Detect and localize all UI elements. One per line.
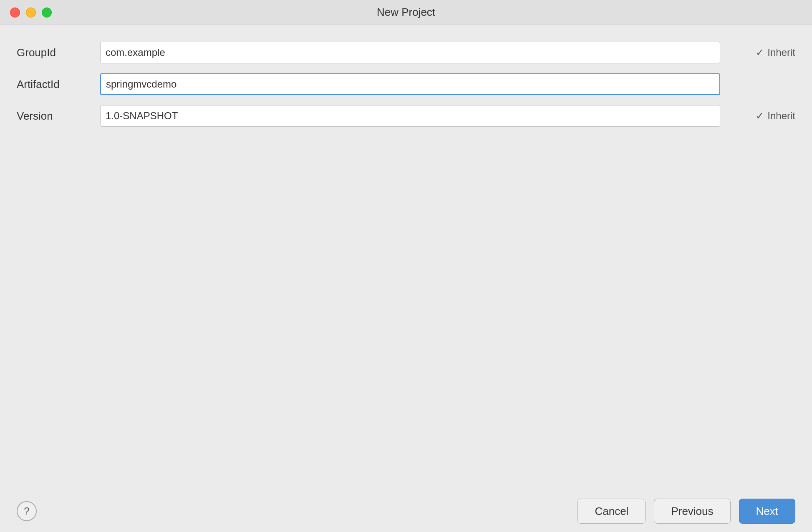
previous-button[interactable]: Previous — [654, 499, 730, 524]
maximize-button[interactable] — [42, 8, 52, 18]
footer-left: ? — [17, 501, 577, 521]
group-id-inherit-check: ✓ — [756, 47, 764, 58]
version-input[interactable] — [100, 105, 720, 127]
next-button[interactable]: Next — [739, 499, 795, 524]
window-title: New Project — [377, 6, 435, 19]
main-content: GroupId ✓ Inherit ArtifactId Version ✓ I… — [0, 25, 812, 490]
artifact-id-row: ArtifactId — [17, 73, 795, 95]
footer: ? Cancel Previous Next — [0, 490, 812, 532]
help-icon: ? — [24, 505, 29, 517]
traffic-lights — [10, 8, 52, 18]
help-button[interactable]: ? — [17, 501, 37, 521]
close-button[interactable] — [10, 8, 20, 18]
minimize-button[interactable] — [26, 8, 36, 18]
version-label: Version — [17, 110, 100, 123]
footer-right: Cancel Previous Next — [577, 499, 795, 524]
version-row: Version ✓ Inherit — [17, 105, 795, 127]
group-id-inherit-area: ✓ Inherit — [720, 47, 795, 58]
group-id-row: GroupId ✓ Inherit — [17, 42, 795, 63]
version-inherit-area: ✓ Inherit — [720, 110, 795, 122]
title-bar: New Project — [0, 0, 812, 25]
group-id-label: GroupId — [17, 46, 100, 59]
group-id-input[interactable] — [100, 42, 720, 63]
version-inherit-check: ✓ — [756, 110, 764, 122]
artifact-id-input[interactable] — [100, 73, 720, 95]
group-id-inherit-label: Inherit — [767, 47, 795, 58]
artifact-id-label: ArtifactId — [17, 78, 100, 91]
cancel-button[interactable]: Cancel — [577, 499, 646, 524]
version-inherit-label: Inherit — [767, 110, 795, 122]
